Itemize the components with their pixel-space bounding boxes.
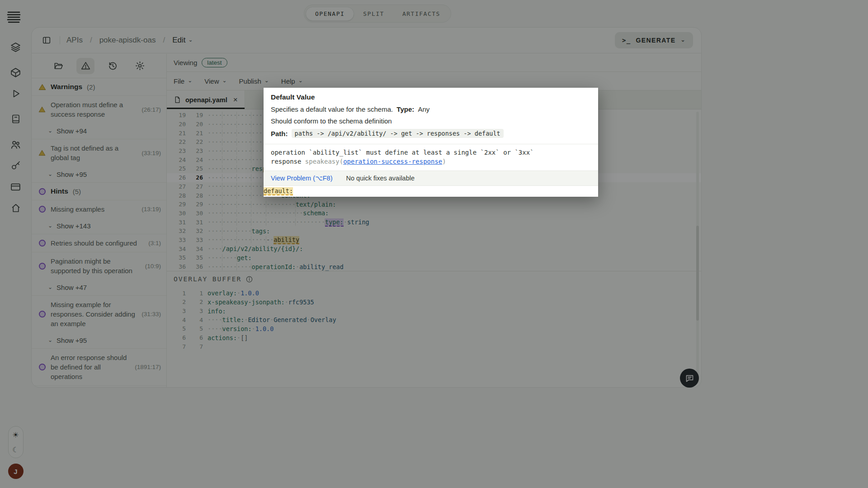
rule-link[interactable]: operation-success-response: [343, 158, 442, 165]
popup-path-row: Path: paths -> /api/v2/ability/ -> get -…: [271, 129, 591, 138]
popup-title: Default Value: [271, 93, 591, 101]
highlighted-token[interactable]: default:: [264, 187, 293, 195]
app-root: { "app": { "top_tabs": [ {"label": "OPEN…: [0, 0, 868, 488]
hover-popup: Default Value Specifies a default value …: [264, 88, 598, 197]
view-problem-link[interactable]: View Problem (⌥F8): [271, 175, 333, 182]
no-quick-fixes-label: No quick fixes available: [346, 175, 415, 182]
popup-path-value: paths -> /api/v2/ability/ -> get -> resp…: [292, 129, 504, 138]
popup-inline-code-row: default:: [264, 186, 598, 197]
popup-description: Specifies a default value for the schema…: [271, 105, 591, 113]
popup-doc-section: Default Value Specifies a default value …: [264, 88, 598, 144]
popup-problem-message: operation `ability_list` must define at …: [264, 144, 598, 171]
popup-actions-bar: View Problem (⌥F8) No quick fixes availa…: [264, 171, 598, 186]
modal-scrim[interactable]: [0, 0, 868, 488]
popup-conform-note: Should conform to the schema definition: [271, 117, 591, 125]
